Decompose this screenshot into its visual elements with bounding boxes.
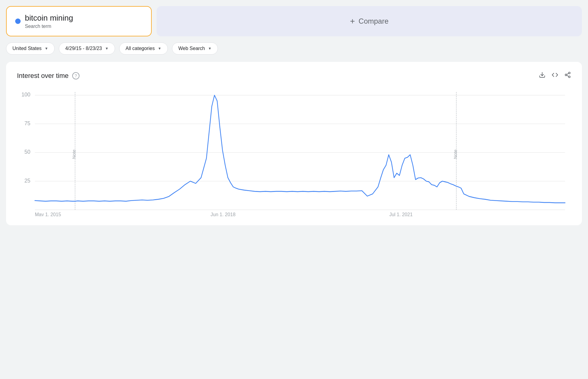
date-range-filter[interactable]: 4/29/15 - 8/23/23 ▼ <box>59 42 115 55</box>
svg-text:Jul 1, 2021: Jul 1, 2021 <box>389 212 413 216</box>
svg-text:Note: Note <box>453 149 458 159</box>
search-term-label: Search term <box>25 24 73 29</box>
search-term-name: bitcoin mining <box>25 13 73 23</box>
compare-plus-icon: + <box>350 16 355 26</box>
share-icon[interactable] <box>564 72 571 80</box>
download-icon[interactable] <box>539 72 546 80</box>
date-range-label: 4/29/15 - 8/23/23 <box>65 46 102 51</box>
svg-line-4 <box>567 75 569 77</box>
chart-card: Interest over time ? <box>6 62 582 225</box>
chart-header: Interest over time ? <box>17 72 571 80</box>
region-label: United States <box>12 46 42 51</box>
svg-text:75: 75 <box>25 120 31 126</box>
search-term-text: bitcoin mining Search term <box>25 13 73 29</box>
search-term-dot <box>15 18 21 24</box>
chart-actions <box>539 72 571 80</box>
svg-text:25: 25 <box>25 177 31 184</box>
chart-title: Interest over time <box>17 72 69 80</box>
svg-text:Note: Note <box>72 149 76 159</box>
chart-area: 100 75 50 25 Note Note May 1, 2015 Jun 1… <box>17 89 571 216</box>
date-chevron-icon: ▼ <box>105 46 109 51</box>
filters-row: United States ▼ 4/29/15 - 8/23/23 ▼ All … <box>6 42 582 55</box>
compare-label: Compare <box>359 17 389 25</box>
search-term-card[interactable]: bitcoin mining Search term <box>6 6 152 36</box>
svg-text:100: 100 <box>22 91 30 98</box>
category-chevron-icon: ▼ <box>158 46 161 51</box>
region-chevron-icon: ▼ <box>45 46 48 51</box>
svg-text:May 1, 2015: May 1, 2015 <box>35 212 61 216</box>
svg-text:Jun 1, 2018: Jun 1, 2018 <box>211 212 235 216</box>
compare-card[interactable]: + Compare <box>157 6 582 36</box>
trend-chart-svg: 100 75 50 25 Note Note May 1, 2015 Jun 1… <box>17 89 571 216</box>
chart-title-row: Interest over time ? <box>17 72 79 80</box>
region-filter[interactable]: United States ▼ <box>6 42 55 55</box>
category-filter[interactable]: All categories ▼ <box>119 42 168 55</box>
svg-line-5 <box>567 73 569 75</box>
search-type-label: Web Search <box>178 46 205 51</box>
svg-text:50: 50 <box>25 149 31 155</box>
help-icon[interactable]: ? <box>72 72 79 79</box>
search-type-filter[interactable]: Web Search ▼ <box>172 42 218 55</box>
search-type-chevron-icon: ▼ <box>208 46 212 51</box>
trend-line <box>35 95 565 203</box>
category-label: All categories <box>126 46 155 51</box>
embed-icon[interactable] <box>552 72 558 80</box>
